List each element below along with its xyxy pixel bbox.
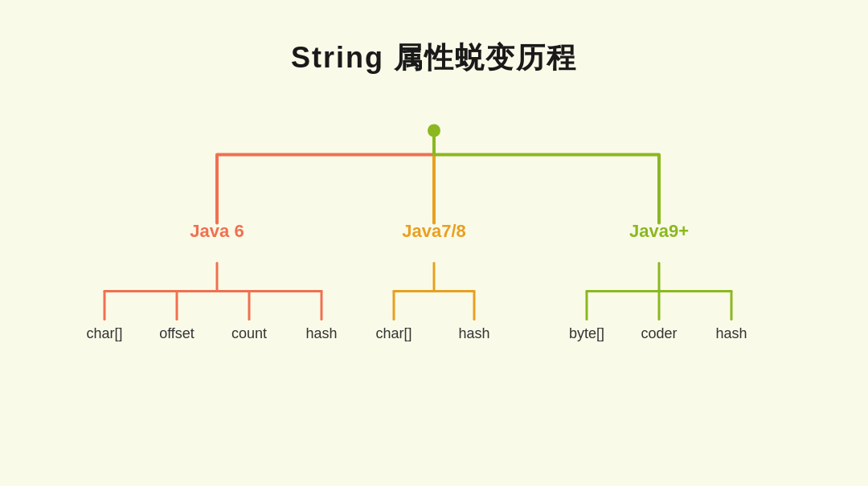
leaf-java6-count: count [231, 325, 267, 342]
leaf-java6-offset: offset [159, 325, 194, 342]
leaf-java9-byte: byte[] [569, 325, 604, 342]
diagram: Java 6 Java7/8 Java9+ char[] offset coun… [0, 104, 868, 486]
java9-label: Java9+ [629, 221, 689, 242]
java78-label: Java7/8 [402, 221, 466, 242]
leaf-java9-hash: hash [715, 325, 747, 342]
leaf-java9-coder: coder [641, 325, 677, 342]
leaf-java78-char: char[] [375, 325, 411, 342]
title: String 属性蜕变历程 [0, 0, 868, 78]
leaf-java78-hash: hash [458, 325, 489, 342]
leaf-java6-char: char[] [86, 325, 122, 342]
java6-label: Java 6 [190, 221, 244, 242]
leaf-java6-hash: hash [305, 325, 337, 342]
